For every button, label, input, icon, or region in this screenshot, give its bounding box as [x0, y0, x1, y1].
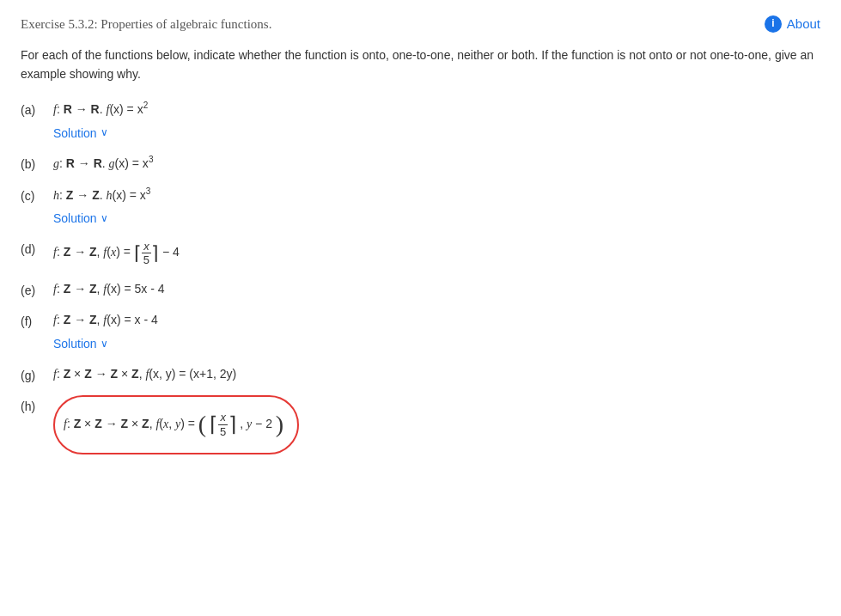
problem-d-label: (d) [21, 238, 46, 259]
problem-c: (c) h: Z → Z. h(x) = x3 Solution ∨ [21, 185, 820, 229]
problem-g-row: (g) f: Z × Z → Z × Z, f(x, y) = (x+1, 2y… [21, 364, 820, 385]
about-button[interactable]: i About [765, 14, 820, 34]
problem-h-content: f: Z × Z → Z × Z, f(x, y) = ( ⌈x5⌉ , y −… [64, 406, 283, 444]
solution-c-label: Solution [53, 209, 97, 228]
about-label: About [787, 14, 820, 34]
problem-list: (a) f: R → R. f(x) = x2 Solution ∨ (b) g… [21, 99, 820, 454]
problem-f-label: (f) [21, 310, 46, 331]
problem-b-content: g: R → R. g(x) = x3 [53, 153, 153, 174]
solution-a-label: Solution [53, 124, 97, 143]
problem-b-label: (b) [21, 153, 46, 174]
page-container: Exercise 5.3.2: Properties of algebraic … [0, 0, 841, 485]
chevron-down-icon: ∨ [101, 125, 108, 141]
problem-e-content: f: Z → Z, f(x) = 5x - 4 [53, 279, 165, 299]
problem-b: (b) g: R → R. g(x) = x3 [21, 153, 820, 174]
problem-g-content: f: Z × Z → Z × Z, f(x, y) = (x+1, 2y) [53, 364, 236, 384]
problem-c-label: (c) [21, 185, 46, 205]
problem-d: (d) f: Z → Z, f(x) = ⌈x5⌉ − 4 [21, 238, 820, 268]
problem-a: (a) f: R → R. f(x) = x2 Solution ∨ [21, 99, 820, 143]
solution-a-toggle[interactable]: Solution ∨ [53, 124, 820, 143]
info-icon: i [765, 15, 782, 33]
problem-f: (f) f: Z → Z, f(x) = x - 4 Solution ∨ [21, 310, 820, 354]
problem-h: (h) f: Z × Z → Z × Z, f(x, y) = ( ⌈x5⌉ ,… [21, 395, 820, 454]
problem-e-label: (e) [21, 279, 46, 300]
problem-a-math: f [53, 103, 57, 116]
problem-a-row: (a) f: R → R. f(x) = x2 [21, 99, 820, 119]
problem-g: (g) f: Z × Z → Z × Z, f(x, y) = (x+1, 2y… [21, 364, 820, 385]
page-title: Exercise 5.3.2: Properties of algebraic … [21, 14, 271, 34]
problem-c-row: (c) h: Z → Z. h(x) = x3 [21, 185, 820, 205]
solution-f-toggle[interactable]: Solution ∨ [53, 334, 820, 353]
problem-a-label: (a) [21, 99, 46, 119]
problem-h-row: (h) f: Z × Z → Z × Z, f(x, y) = ( ⌈x5⌉ ,… [21, 395, 820, 454]
problem-a-content: f: R → R. f(x) = x2 [53, 99, 148, 119]
problem-h-highlight: f: Z × Z → Z × Z, f(x, y) = ( ⌈x5⌉ , y −… [53, 395, 299, 454]
problem-e-row: (e) f: Z → Z, f(x) = 5x - 4 [21, 279, 820, 300]
header-row: Exercise 5.3.2: Properties of algebraic … [21, 14, 820, 34]
problem-d-content: f: Z → Z, f(x) = ⌈x5⌉ − 4 [53, 238, 180, 268]
problem-h-label: (h) [21, 395, 46, 416]
chevron-down-c-icon: ∨ [101, 210, 108, 227]
problem-d-row: (d) f: Z → Z, f(x) = ⌈x5⌉ − 4 [21, 238, 820, 268]
chevron-down-f-icon: ∨ [101, 336, 108, 352]
problem-f-content: f: Z → Z, f(x) = x - 4 [53, 310, 158, 330]
solution-f-label: Solution [53, 334, 97, 353]
solution-c-toggle[interactable]: Solution ∨ [53, 209, 820, 228]
instructions: For each of the functions below, indicat… [21, 46, 820, 83]
problem-c-content: h: Z → Z. h(x) = x3 [53, 185, 150, 205]
problem-f-row: (f) f: Z → Z, f(x) = x - 4 [21, 310, 820, 331]
problem-e: (e) f: Z → Z, f(x) = 5x - 4 [21, 279, 820, 300]
problem-b-row: (b) g: R → R. g(x) = x3 [21, 153, 820, 174]
problem-g-label: (g) [21, 364, 46, 385]
